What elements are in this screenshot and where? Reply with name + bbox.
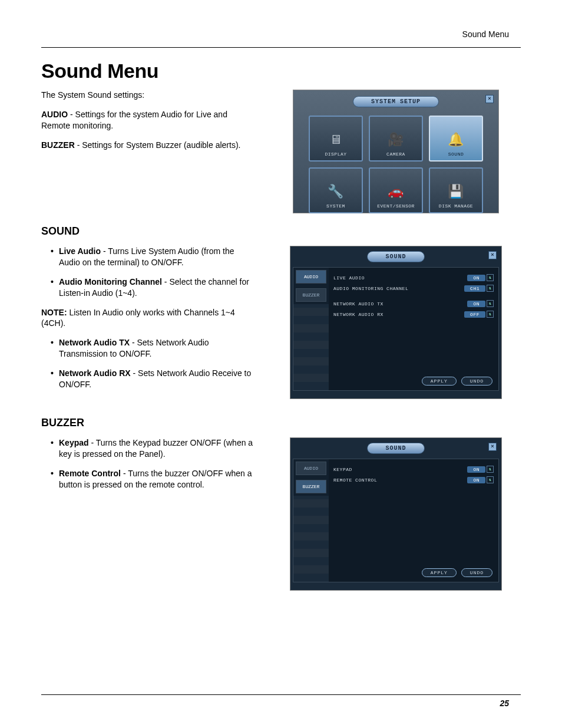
car-icon: 🚗: [388, 184, 404, 200]
tile-camera[interactable]: 🎥CAMERA: [369, 116, 423, 162]
sound-audio-screenshot: × SOUND AUDIO BUZZER LIVE AUDIO ON⇅ AUDI…: [290, 246, 502, 399]
sound-panel-title: SOUND: [367, 251, 424, 262]
sound-heading: SOUND: [41, 225, 521, 238]
disk-icon: 💾: [448, 184, 464, 200]
bullet-live-audio: Live Audio - Turns Live System Audio (fr…: [59, 246, 253, 268]
sound-buzzer-screenshot: × SOUND AUDIO BUZZER KEYPAD ON⇅ REMOTE C…: [290, 437, 502, 591]
apply-button[interactable]: APPLY: [422, 377, 457, 386]
divider-top: [41, 47, 521, 48]
opt-remote-control: REMOTE CONTROL ON⇅: [333, 475, 494, 485]
note-text: NOTE: Listen In Audio only works with Ch…: [41, 307, 253, 330]
opt-keypad: KEYPAD ON⇅: [333, 464, 494, 475]
close-icon[interactable]: ×: [488, 251, 497, 259]
opt-net-audio-rx: NETWORK AUDIO RX OFF⇅: [333, 309, 494, 319]
wrench-icon: 🔧: [328, 184, 344, 200]
tab-buzzer[interactable]: BUZZER: [296, 288, 326, 302]
bullet-keypad: Keypad - Turns the Keypad buzzer ON/OFF …: [59, 437, 253, 460]
bullet-net-audio-tx: Network Audio TX - Sets Network Audio Tr…: [59, 337, 253, 360]
setup-title: SYSTEM SETUP: [353, 96, 439, 107]
spinner-icon[interactable]: ⇅: [487, 274, 494, 281]
buzzer-definition: BUZZER - Settings for System Buzzer (aud…: [41, 140, 253, 151]
opt-net-tx-value[interactable]: ON: [467, 301, 485, 307]
apply-button[interactable]: APPLY: [422, 568, 457, 577]
spinner-icon[interactable]: ⇅: [487, 311, 494, 318]
tile-event-sensor[interactable]: 🚗EVENT/SENSOR: [369, 167, 423, 213]
spinner-icon[interactable]: ⇅: [487, 300, 494, 307]
buzzer-heading: BUZZER: [41, 417, 521, 429]
bullet-remote-control: Remote Control - Turns the buzzer ON/OFF…: [59, 468, 253, 490]
bullet-net-audio-rx: Network Audio RX - Sets Network Audio Re…: [59, 368, 253, 390]
opt-net-rx-value[interactable]: OFF: [464, 311, 485, 318]
tab-audio[interactable]: AUDIO: [296, 462, 326, 475]
opt-keypad-value[interactable]: ON: [467, 466, 485, 473]
opt-live-audio-value[interactable]: ON: [467, 275, 485, 281]
opt-net-audio-tx: NETWORK AUDIO TX ON⇅: [333, 298, 494, 309]
running-header: Sound Menu: [462, 29, 509, 39]
bullet-audio-mon-channel: Audio Monitoring Channel - Select the ch…: [59, 276, 253, 299]
page-title: Sound Menu: [41, 60, 521, 83]
system-setup-screenshot: × SYSTEM SETUP 🖥DISPLAY 🎥CAMERA 🔔SOUND 🔧…: [293, 90, 499, 213]
close-icon[interactable]: ×: [488, 443, 497, 451]
divider-bottom: [41, 694, 521, 695]
opt-live-audio: LIVE AUDIO ON⇅: [333, 272, 494, 283]
intro-text: The System Sound settings:: [41, 90, 253, 101]
side-grid-decoration: [293, 496, 329, 582]
spinner-icon[interactable]: ⇅: [487, 466, 494, 473]
side-grid-decoration: [293, 304, 329, 390]
audio-definition: AUDIO - Settings for the system Audio fo…: [41, 109, 253, 131]
opt-audio-mon-value[interactable]: CH1: [464, 285, 485, 292]
tab-buzzer[interactable]: BUZZER: [296, 480, 326, 493]
spinner-icon[interactable]: ⇅: [487, 285, 494, 292]
spinner-icon[interactable]: ⇅: [487, 476, 494, 483]
close-icon[interactable]: ×: [485, 95, 494, 103]
tile-sound[interactable]: 🔔SOUND: [429, 116, 483, 162]
tile-display[interactable]: 🖥DISPLAY: [309, 116, 363, 162]
opt-remote-value[interactable]: ON: [467, 477, 485, 483]
page-number: 25: [500, 699, 509, 708]
undo-button[interactable]: UNDO: [461, 377, 492, 386]
undo-button[interactable]: UNDO: [461, 568, 492, 577]
tab-audio[interactable]: AUDIO: [296, 270, 326, 284]
buzzer-panel-title: SOUND: [367, 443, 424, 454]
tile-disk-manage[interactable]: 💾DISK MANAGE: [429, 167, 483, 213]
monitor-icon: 🖥: [329, 132, 343, 148]
bell-icon: 🔔: [448, 132, 464, 148]
camera-icon: 🎥: [388, 132, 404, 148]
opt-audio-mon-channel: AUDIO MONITORING CHANNEL CH1⇅: [333, 283, 494, 294]
tile-system[interactable]: 🔧SYSTEM: [309, 167, 363, 213]
